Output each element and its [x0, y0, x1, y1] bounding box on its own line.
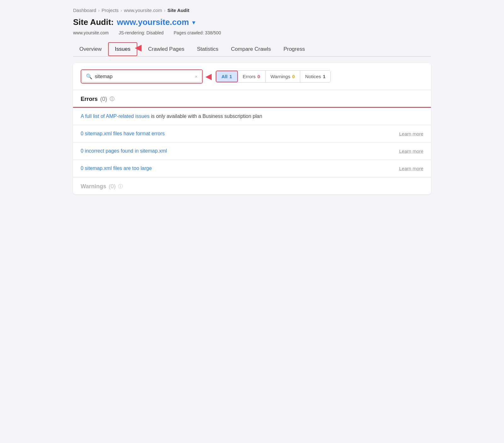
filter-arrow-icon: ◀ [205, 72, 212, 81]
search-box-wrapper: 🔍 × [81, 69, 203, 84]
issue-sitemap-incorrect-text[interactable]: 0 incorrect pages found in sitemap.xml [81, 148, 393, 154]
meta-pages-crawled: Pages crawled: 338/500 [174, 30, 221, 35]
amp-notice-row: A full list of AMP-related issues is onl… [73, 108, 431, 125]
filter-notices-button[interactable]: Notices 1 [300, 71, 330, 82]
tab-compare-crawls[interactable]: Compare Crawls [225, 42, 277, 56]
issue-row-sitemap-incorrect: 0 incorrect pages found in sitemap.xml L… [73, 143, 431, 160]
filter-notices-count: 1 [323, 74, 325, 79]
issue-sitemap-incorrect-learn-more[interactable]: Learn more [399, 149, 423, 154]
search-icon: 🔍 [86, 73, 92, 79]
warnings-count: (0) [109, 183, 116, 190]
errors-count: (0) [100, 96, 107, 102]
filter-warnings-label: Warnings [271, 74, 290, 79]
issue-row-sitemap-format: 0 sitemap.xml files have format errors L… [73, 125, 431, 143]
filter-buttons: All 1 Errors 0 Warnings 0 Notices 1 [215, 70, 331, 83]
tab-progress[interactable]: Progress [277, 42, 311, 56]
clear-search-icon[interactable]: × [195, 74, 198, 79]
issue-sitemap-large-text[interactable]: 0 sitemap.xml files are too large [81, 166, 393, 171]
filter-warnings-count: 0 [292, 74, 295, 79]
amp-notice-rest: is only available with a Business subscr… [151, 114, 262, 119]
filter-all-count: 1 [229, 74, 232, 79]
tab-overview[interactable]: Overview [73, 42, 108, 56]
errors-info-icon[interactable]: ⓘ [110, 96, 114, 102]
issue-sitemap-format-text[interactable]: 0 sitemap.xml files have format errors [81, 131, 393, 137]
issue-sitemap-format-learn-more[interactable]: Learn more [399, 131, 423, 137]
breadcrumb-dashboard[interactable]: Dashboard [73, 8, 96, 13]
nav-tabs: Overview Issues ◀ Crawled Pages Statisti… [73, 42, 431, 57]
filter-all-label: All [221, 74, 227, 79]
meta-js-rendering: JS-rendering: Disabled [119, 30, 163, 35]
chevron-down-icon[interactable]: ▾ [192, 19, 195, 26]
filter-bar: 🔍 × ◀ All 1 Errors 0 Warnings [73, 63, 431, 90]
breadcrumb-site[interactable]: www.yoursite.com [124, 8, 162, 13]
page-title-row: Site Audit: www.yoursite.com ▾ [73, 17, 431, 27]
filter-errors-button[interactable]: Errors 0 [238, 71, 266, 82]
errors-section-header: Errors (0) ⓘ [73, 90, 431, 107]
warnings-info-icon[interactable]: ⓘ [118, 184, 123, 189]
breadcrumb-sep-2: › [121, 8, 122, 13]
site-name-link[interactable]: www.yoursite.com [117, 17, 189, 27]
filter-all-button[interactable]: All 1 [216, 71, 238, 82]
issue-sitemap-large-learn-more[interactable]: Learn more [399, 166, 423, 171]
filter-notices-label: Notices [305, 74, 321, 79]
breadcrumb-current: Site Audit [167, 8, 189, 13]
meta-domain: www.yoursite.com [73, 30, 109, 35]
warnings-title: Warnings [81, 183, 106, 190]
tab-issues[interactable]: Issues [108, 42, 137, 56]
tab-statistics[interactable]: Statistics [191, 42, 225, 56]
page-title-label: Site Audit: [73, 17, 114, 27]
meta-info: www.yoursite.com JS-rendering: Disabled … [73, 30, 431, 35]
filter-warnings-button[interactable]: Warnings 0 [266, 71, 300, 82]
breadcrumb-projects[interactable]: Projects [101, 8, 118, 13]
amp-notice-text: A full list of AMP-related issues is onl… [81, 114, 423, 119]
search-input[interactable] [95, 74, 192, 79]
filter-errors-label: Errors [243, 74, 256, 79]
breadcrumb-sep-3: › [164, 8, 165, 13]
amp-issues-link[interactable]: A full list of AMP-related issues [81, 114, 150, 119]
breadcrumb-sep-1: › [98, 8, 100, 13]
errors-title: Errors [81, 96, 98, 102]
filter-errors-count: 0 [257, 74, 260, 79]
warnings-section-header: Warnings (0) ⓘ [73, 178, 431, 194]
content-panel: 🔍 × ◀ All 1 Errors 0 Warnings [73, 63, 431, 194]
breadcrumb: Dashboard › Projects › www.yoursite.com … [73, 8, 431, 13]
issue-row-sitemap-large: 0 sitemap.xml files are too large Learn … [73, 160, 431, 177]
tab-crawled-pages[interactable]: Crawled Pages [142, 42, 191, 56]
search-box: 🔍 × [82, 71, 202, 82]
